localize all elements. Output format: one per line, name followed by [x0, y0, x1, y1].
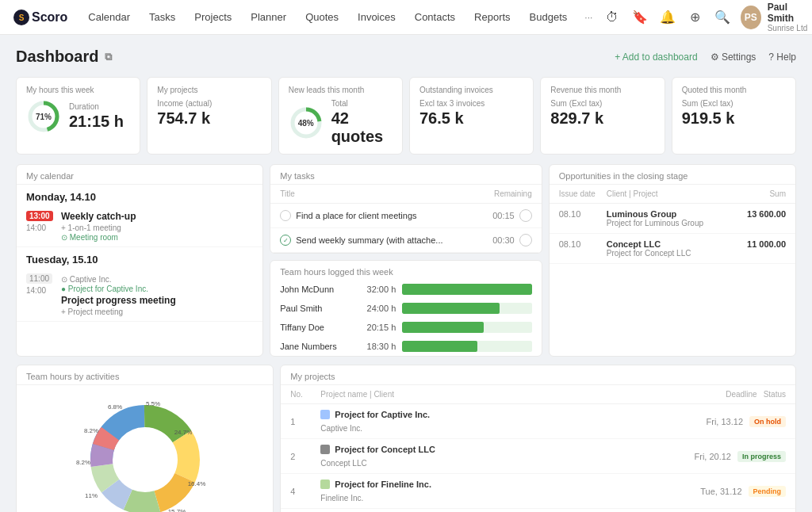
- event-company: ⊙ Captive Inc.: [61, 275, 176, 284]
- task-circle-1[interactable]: [519, 234, 532, 246]
- add-icon[interactable]: ⊕: [685, 6, 705, 29]
- nav-more[interactable]: ···: [578, 9, 599, 26]
- team-row-2: Tiffany Doe 20:15 h: [270, 318, 541, 337]
- team-name-2: Tiffany Doe: [280, 323, 351, 332]
- task-title-1: Send weekly summary (with attache...: [296, 235, 442, 245]
- add-to-dashboard-button[interactable]: + Add to dashboard: [615, 52, 697, 63]
- task-row-1: Send weekly summary (with attache... 00:…: [270, 228, 541, 253]
- stat-label-invoices: Outstanding invoices: [419, 86, 523, 94]
- user-profile[interactable]: PS Paul Smith Sunrise Ltd ▾: [741, 2, 812, 32]
- proj-client-1: Concept LLC: [320, 459, 366, 468]
- dashboard-title-wrap: Dashboard ⧉: [16, 48, 112, 66]
- team-bar-3: [402, 341, 477, 352]
- projects-header: My projects: [281, 365, 795, 385]
- logo[interactable]: S Scoro: [13, 9, 67, 26]
- tuesday-header: Tuesday, 15.10: [17, 247, 262, 269]
- nav-calendar[interactable]: Calendar: [80, 8, 138, 26]
- svg-point-15: [113, 428, 177, 491]
- stat-sub-hours: Duration: [69, 102, 124, 111]
- tasks-card: My tasks Title Remaining Find a place fo…: [270, 164, 542, 254]
- stat-value-hours: 21:15 h: [69, 113, 124, 131]
- opp-col-sum: Sum: [769, 189, 786, 198]
- stat-card-revenue: Revenue this month Sum (Excl tax) 829.7 …: [540, 77, 665, 155]
- task-col-title: Title: [280, 189, 494, 198]
- stat-sub-quoted: Sum (Excl tax): [682, 99, 786, 108]
- proj-num-0: 1: [290, 417, 314, 426]
- dashboard-actions: + Add to dashboard ⚙ Settings ? Help: [615, 52, 796, 63]
- team-name-1: Paul Smith: [280, 304, 351, 313]
- team-bar-0: [402, 284, 531, 295]
- avatar: PS: [741, 6, 761, 29]
- bookmark-icon[interactable]: 🔖: [630, 6, 649, 29]
- search-icon[interactable]: 🔍: [713, 6, 733, 29]
- task-col-remaining: Remaining: [494, 189, 532, 198]
- nav-quotes[interactable]: Quotes: [297, 8, 347, 26]
- filter-icon[interactable]: ⧉: [105, 51, 112, 63]
- stat-value-revenue: 829.7 k: [550, 109, 654, 128]
- calendar-header: My calendar: [17, 165, 262, 185]
- proj-row-1: 2 Project for Concept LLC Concept LLC Fr…: [281, 439, 795, 474]
- stat-card-leads: New leads this month 48% Total 42 quotes: [278, 77, 403, 155]
- calendar-day-tuesday: Tuesday, 15.10 11:00 14:00 ⊙ Captive Inc…: [17, 247, 262, 322]
- nav-tasks[interactable]: Tasks: [141, 8, 183, 26]
- proj-table-header: No. Project name | Client Deadline Statu…: [281, 385, 795, 404]
- donut-label-0: 24.7%: [174, 429, 192, 436]
- tasks-header: My tasks: [270, 165, 541, 185]
- nav-invoices[interactable]: Invoices: [350, 8, 404, 26]
- opp-date-1: 08.10: [559, 239, 607, 258]
- middle-center: My tasks Title Remaining Find a place fo…: [270, 164, 542, 357]
- page-title: Dashboard: [16, 48, 98, 66]
- settings-button[interactable]: ⚙ Settings: [710, 52, 756, 63]
- donut-chart: 24.7% 16.4% 15.7% 13.7% 11% 8.2% 8.2% 6.…: [74, 395, 216, 512]
- monday-header: Monday, 14.10: [17, 185, 262, 206]
- stat-value-invoices: 76.5 k: [419, 109, 523, 128]
- proj-client-2: Fineline Inc.: [320, 494, 363, 502]
- team-hours-2: 20:15 h: [358, 323, 396, 332]
- nav-budgets[interactable]: Budgets: [522, 8, 576, 26]
- task-row-0: Find a place for client meetings 00:15: [270, 204, 541, 228]
- event-meta-room: ⊙ Meeting room: [61, 233, 136, 242]
- opp-date-0: 08.10: [559, 209, 607, 227]
- bell-icon[interactable]: 🔔: [657, 6, 677, 29]
- opp-sum-0: 13 600.00: [747, 209, 786, 227]
- proj-name-1[interactable]: Project for Concept LLC: [335, 445, 435, 454]
- proj-col-status: Status: [764, 390, 786, 399]
- stat-sub-leads: Total: [331, 99, 393, 108]
- stat-value-projects: 754.7 k: [157, 109, 261, 128]
- nav-projects[interactable]: Projects: [186, 8, 239, 26]
- nav-reports[interactable]: Reports: [466, 8, 519, 26]
- stat-card-quoted: Quoted this month Sum (Excl tax) 919.5 k: [672, 77, 796, 155]
- donut-card: Team hours by activities: [16, 365, 274, 512]
- opp-col-client: Client | Project: [607, 189, 770, 198]
- proj-num-1: 2: [290, 452, 314, 461]
- opp-table-header: Issue date Client | Project Sum: [550, 185, 795, 204]
- opportunities-card: Opportunities in the closing stage Issue…: [549, 164, 796, 357]
- logo-icon: S: [13, 9, 30, 26]
- help-button[interactable]: ? Help: [768, 52, 796, 63]
- stat-card-invoices: Outstanding invoices Excl tax 3 invoices…: [409, 77, 534, 155]
- task-circle-0[interactable]: [519, 209, 532, 222]
- stat-label-revenue: Revenue this month: [550, 86, 654, 94]
- task-remaining-0: 00:15: [492, 211, 515, 220]
- proj-name-0[interactable]: Project for Captive Inc.: [335, 410, 430, 419]
- proj-deadline-2: Tue, 31.12: [700, 487, 741, 496]
- team-hours-3: 18:30 h: [358, 342, 396, 351]
- timer-icon[interactable]: ⏱: [602, 6, 622, 29]
- team-name-0: John McDunn: [280, 285, 351, 294]
- task-check-0[interactable]: [280, 210, 291, 221]
- proj-row-0: 1 Project for Captive Inc. Captive Inc. …: [281, 404, 795, 439]
- opp-project-0: Project for Luminous Group: [607, 219, 747, 227]
- nav-planner[interactable]: Planner: [243, 8, 294, 26]
- calendar-card: My calendar Monday, 14.10 13:00 14:00 We…: [16, 164, 263, 357]
- logo-text: Scoro: [32, 10, 67, 25]
- navbar: S Scoro Calendar Tasks Projects Planner …: [0, 0, 812, 35]
- proj-status-0: On hold: [749, 416, 786, 427]
- opp-client-0: Luminous Group: [607, 209, 747, 219]
- nav-contacts[interactable]: Contacts: [407, 8, 463, 26]
- proj-name-2[interactable]: Project for Fineline Inc.: [335, 480, 431, 489]
- proj-col-no: No.: [290, 390, 314, 399]
- donut-label-7: 6.8%: [108, 403, 122, 411]
- opp-client-1: Concept LLC: [607, 239, 747, 249]
- leads-pct: 48%: [298, 118, 314, 127]
- task-check-1[interactable]: [280, 235, 291, 246]
